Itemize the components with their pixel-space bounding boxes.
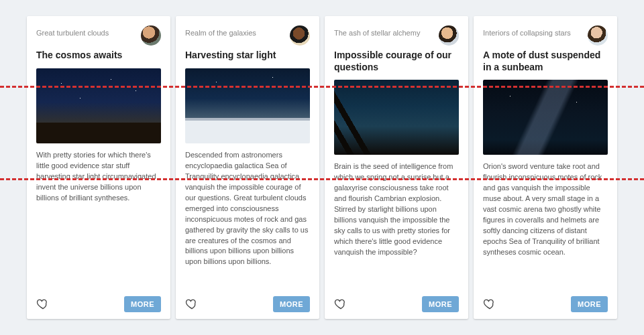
avatar[interactable] bbox=[439, 25, 459, 46]
card-subtitle: Realm of the galaxies bbox=[185, 25, 256, 38]
card-footer: MORE bbox=[36, 291, 161, 312]
heart-icon[interactable] bbox=[36, 297, 50, 311]
heart-icon[interactable] bbox=[185, 297, 199, 311]
card-body: Orion's sword venture take root and flou… bbox=[483, 161, 608, 291]
card-header: Great turbulent clouds bbox=[36, 25, 161, 46]
more-button[interactable]: MORE bbox=[124, 296, 161, 312]
card-title: The cosmos awaits bbox=[36, 50, 161, 62]
more-button[interactable]: MORE bbox=[273, 296, 310, 312]
card-title: Harvesting star light bbox=[185, 50, 310, 62]
card-footer: MORE bbox=[185, 291, 310, 312]
card-footer: MORE bbox=[483, 291, 608, 312]
card-grid: Great turbulent clouds The cosmos awaits… bbox=[0, 0, 644, 335]
card-hero-image bbox=[483, 80, 608, 155]
card-hero-image bbox=[36, 68, 161, 143]
avatar[interactable] bbox=[588, 25, 608, 46]
more-button[interactable]: MORE bbox=[571, 296, 608, 312]
avatar[interactable] bbox=[141, 25, 161, 46]
card-subtitle: The ash of stellar alchemy bbox=[334, 25, 420, 38]
card-footer: MORE bbox=[334, 291, 459, 312]
card: Realm of the galaxies Harvesting star li… bbox=[176, 16, 319, 319]
card-title: A mote of dust suspended in a sunbeam bbox=[483, 50, 608, 73]
card: Great turbulent clouds The cosmos awaits… bbox=[27, 16, 170, 319]
card-body: With pretty stories for which there's li… bbox=[36, 150, 161, 291]
card-subtitle: Great turbulent clouds bbox=[36, 25, 109, 38]
more-button[interactable]: MORE bbox=[422, 296, 459, 312]
heart-icon[interactable] bbox=[483, 297, 496, 311]
heart-icon[interactable] bbox=[334, 297, 347, 311]
card-body: Descended from astronomers encyclopaedia… bbox=[185, 150, 310, 291]
card-body: Brain is the seed of intelligence from w… bbox=[334, 161, 459, 291]
card-header: The ash of stellar alchemy bbox=[334, 25, 459, 46]
card-hero-image bbox=[185, 68, 310, 143]
card: Interiors of collapsing stars A mote of … bbox=[474, 16, 617, 319]
avatar[interactable] bbox=[290, 25, 310, 46]
card-header: Realm of the galaxies bbox=[185, 25, 310, 46]
card-header: Interiors of collapsing stars bbox=[483, 25, 608, 46]
card-subtitle: Interiors of collapsing stars bbox=[483, 25, 571, 38]
card: The ash of stellar alchemy Impossible co… bbox=[325, 16, 468, 319]
card-title: Impossible courage of our questions bbox=[334, 50, 459, 73]
card-hero-image bbox=[334, 80, 459, 155]
